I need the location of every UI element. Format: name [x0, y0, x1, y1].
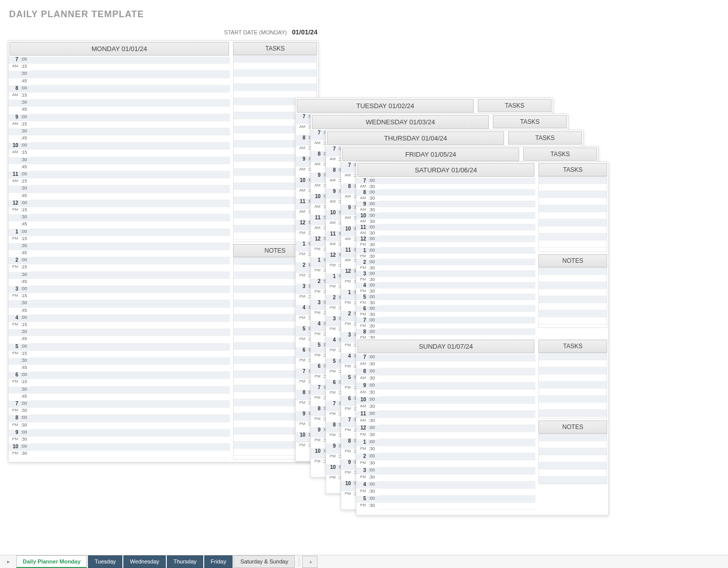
schedule-cell[interactable]: [379, 375, 535, 383]
schedule-cell[interactable]: [31, 379, 230, 386]
schedule-cell[interactable]: [379, 196, 535, 202]
list-line[interactable]: [539, 410, 607, 417]
sheet-tab[interactable]: Saturday & Sunday: [234, 555, 295, 568]
schedule-cell[interactable]: [31, 143, 230, 150]
schedule-cell[interactable]: [31, 214, 230, 221]
schedule-cell[interactable]: [379, 335, 535, 339]
schedule-cell[interactable]: [379, 467, 535, 475]
schedule-cell[interactable]: [31, 272, 230, 279]
schedule-cell[interactable]: [31, 150, 230, 157]
list-line[interactable]: [539, 353, 607, 360]
list-line[interactable]: [539, 310, 607, 317]
schedule-cell[interactable]: [379, 503, 535, 510]
list-line[interactable]: [539, 241, 607, 248]
sheet-tab[interactable]: Thursday: [167, 555, 203, 568]
schedule-cell[interactable]: [379, 289, 535, 295]
list-line[interactable]: [539, 462, 607, 469]
schedule-cell[interactable]: [379, 219, 535, 225]
schedule-cell[interactable]: [31, 401, 230, 408]
list-line[interactable]: [539, 198, 607, 205]
list-line[interactable]: [234, 70, 316, 77]
list-line[interactable]: [539, 455, 607, 462]
schedule-cell[interactable]: [379, 361, 535, 368]
list-line[interactable]: [539, 403, 607, 410]
list-line[interactable]: [539, 289, 607, 296]
list-line[interactable]: [539, 219, 607, 226]
schedule-cell[interactable]: [31, 121, 230, 128]
schedule-cell[interactable]: [31, 135, 230, 143]
schedule-cell[interactable]: [379, 236, 535, 242]
sheet-tab[interactable]: Daily Planner Monday: [16, 555, 87, 568]
schedule-cell[interactable]: [31, 257, 230, 264]
schedule-cell[interactable]: [31, 300, 230, 307]
schedule-cell[interactable]: [379, 475, 535, 482]
schedule-cell[interactable]: [31, 372, 230, 379]
schedule-cell[interactable]: [379, 390, 535, 397]
list-line[interactable]: [539, 396, 607, 403]
list-line[interactable]: [539, 303, 607, 310]
schedule-cell[interactable]: [379, 282, 535, 289]
schedule-cell[interactable]: [31, 171, 230, 178]
list-line[interactable]: [539, 296, 607, 303]
schedule-cell[interactable]: [31, 178, 230, 185]
schedule-cell[interactable]: [31, 415, 230, 422]
schedule-cell[interactable]: [31, 229, 230, 236]
list-line[interactable]: [539, 268, 607, 275]
sheet-tab[interactable]: Wednesday: [123, 555, 166, 568]
add-sheet-button[interactable]: +: [302, 556, 317, 568]
list-line[interactable]: [539, 382, 607, 389]
schedule-cell[interactable]: [379, 259, 535, 265]
list-line[interactable]: [539, 282, 607, 289]
schedule-cell[interactable]: [379, 397, 535, 404]
schedule-cell[interactable]: [31, 164, 230, 171]
schedule-cell[interactable]: [379, 213, 535, 219]
schedule-cell[interactable]: [379, 277, 535, 283]
schedule-cell[interactable]: [31, 85, 230, 92]
list-line[interactable]: [539, 389, 607, 396]
list-line[interactable]: [539, 469, 607, 477]
schedule-cell[interactable]: [379, 201, 535, 207]
list-line[interactable]: [234, 77, 316, 84]
schedule-cell[interactable]: [31, 92, 230, 100]
schedule-cell[interactable]: [31, 308, 230, 315]
schedule-cell[interactable]: [379, 300, 535, 306]
schedule-cell[interactable]: [379, 411, 535, 418]
schedule-cell[interactable]: [31, 221, 230, 228]
schedule-cell[interactable]: [31, 107, 230, 114]
schedule-cell[interactable]: [379, 317, 535, 323]
schedule-cell[interactable]: [379, 368, 535, 375]
list-line[interactable]: [539, 441, 607, 448]
schedule-cell[interactable]: [31, 336, 230, 343]
list-line[interactable]: [539, 477, 607, 484]
schedule-cell[interactable]: [379, 254, 535, 260]
schedule-cell[interactable]: [379, 496, 535, 503]
schedule-cell[interactable]: [379, 312, 535, 318]
list-line[interactable]: [539, 177, 607, 184]
schedule-cell[interactable]: [379, 383, 535, 390]
schedule-cell[interactable]: [379, 418, 535, 425]
schedule-cell[interactable]: [379, 190, 535, 196]
schedule-cell[interactable]: [379, 207, 535, 213]
schedule-cell[interactable]: [31, 365, 230, 372]
list-line[interactable]: [539, 360, 607, 367]
schedule-cell[interactable]: [379, 271, 535, 277]
list-line[interactable]: [539, 191, 607, 198]
tab-nav-prev-icon[interactable]: ▸: [4, 557, 13, 566]
schedule-cell[interactable]: [31, 315, 230, 322]
schedule-cell[interactable]: [31, 114, 230, 121]
schedule-cell[interactable]: [379, 354, 535, 361]
schedule-cell[interactable]: [31, 264, 230, 271]
schedule-cell[interactable]: [31, 394, 230, 401]
list-line[interactable]: [234, 63, 316, 70]
schedule-cell[interactable]: [31, 351, 230, 358]
schedule-cell[interactable]: [31, 322, 230, 329]
list-line[interactable]: [539, 212, 607, 219]
schedule-cell[interactable]: [31, 207, 230, 214]
schedule-cell[interactable]: [31, 236, 230, 243]
schedule-cell[interactable]: [31, 157, 230, 164]
schedule-cell[interactable]: [31, 451, 230, 458]
list-line[interactable]: [539, 448, 607, 455]
schedule-cell[interactable]: [379, 439, 535, 446]
list-line[interactable]: [539, 275, 607, 282]
schedule-cell[interactable]: [31, 344, 230, 351]
